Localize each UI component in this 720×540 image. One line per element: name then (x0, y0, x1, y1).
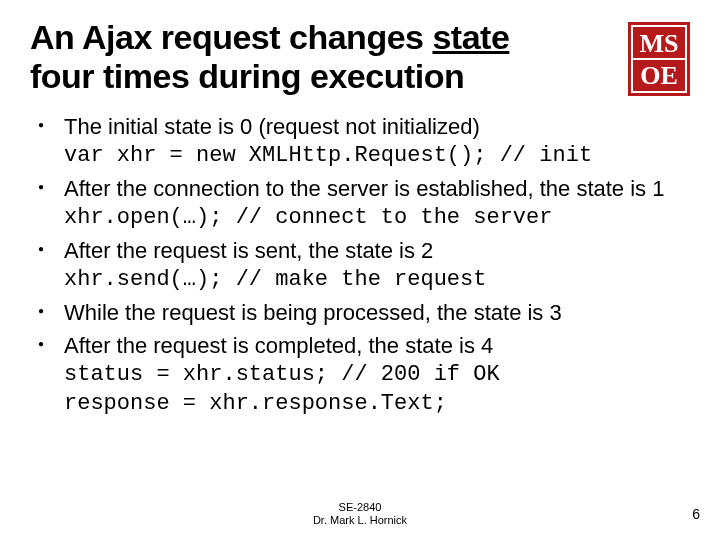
slide-footer: SE-2840 Dr. Mark L. Hornick (0, 501, 720, 529)
list-item: The initial state is 0 (request not init… (34, 112, 690, 170)
list-item: While the request is being processed, th… (34, 298, 690, 327)
code-line: xhr.open(…); // connect to the server (64, 203, 690, 232)
footer-course: SE-2840 (339, 501, 382, 513)
bullet-text: After the request is completed, the stat… (64, 333, 493, 358)
code-line: xhr.send(…); // make the request (64, 265, 690, 294)
slide-title: An Ajax request changes state four times… (30, 18, 616, 96)
code-line: var xhr = new XMLHttp.Request(); // init (64, 141, 690, 170)
list-item: After the connection to the server is es… (34, 174, 690, 232)
svg-text:MS: MS (640, 29, 679, 58)
title-block: An Ajax request changes state four times… (30, 18, 616, 96)
title-underlined-word: state (432, 18, 509, 56)
page-number: 6 (692, 506, 700, 522)
msoe-logo: MS OE (628, 22, 690, 96)
bullet-list: The initial state is 0 (request not init… (30, 112, 690, 418)
bullet-text: After the request is sent, the state is … (64, 238, 433, 263)
code-line: status = xhr.status; // 200 if OK respon… (64, 360, 690, 418)
svg-rect-2 (632, 58, 686, 60)
list-item: After the request is sent, the state is … (34, 236, 690, 294)
title-line1-pre: An Ajax request changes (30, 18, 432, 56)
bullet-text: After the connection to the server is es… (64, 176, 664, 201)
bullet-text: While the request is being processed, th… (64, 300, 562, 325)
list-item: After the request is completed, the stat… (34, 331, 690, 418)
bullet-text: The initial state is 0 (request not init… (64, 114, 480, 139)
footer-author: Dr. Mark L. Hornick (313, 514, 407, 526)
title-line2: four times during execution (30, 57, 464, 95)
svg-text:OE: OE (640, 61, 678, 90)
slide-header: An Ajax request changes state four times… (30, 18, 690, 96)
